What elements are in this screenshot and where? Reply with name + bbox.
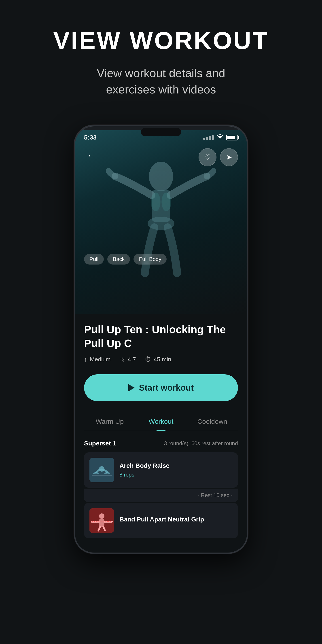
clock-icon: ⏱: [145, 356, 151, 363]
action-buttons: ♡ ➤: [198, 148, 238, 166]
exercise-thumb-1: [90, 458, 114, 482]
svg-point-3: [151, 192, 160, 211]
tag-fullbody: Full Body: [134, 254, 166, 264]
svg-rect-10: [99, 519, 104, 526]
page-title: VIEW WORKOUT: [9, 27, 313, 54]
star-icon: ☆: [120, 356, 125, 363]
rating-label: 4.7: [128, 356, 136, 363]
tag-pull: Pull: [84, 254, 104, 264]
status-bar: 5:33: [75, 126, 247, 144]
duration-label: 45 min: [154, 356, 171, 363]
exercise-card-1[interactable]: Arch Body Raise 8 reps: [84, 452, 238, 488]
rating-meta: ☆ 4.7: [120, 356, 136, 363]
workout-title: Pull Up Ten : Unlocking The Pull Up C: [84, 314, 238, 350]
superset-meta: 3 round(s), 60s rest after round: [164, 440, 238, 446]
tabs-row: Warm Up Workout Cooldown: [84, 412, 238, 431]
tab-warmup[interactable]: Warm Up: [84, 412, 135, 431]
tag-back: Back: [107, 254, 130, 264]
exercise-info-2: Band Pull Apart Neutral Grip: [120, 516, 232, 525]
tab-workout[interactable]: Workout: [135, 412, 186, 431]
superset-header: Superset 1 3 round(s), 60s rest after ro…: [84, 440, 238, 447]
content-area: Pull Up Ten : Unlocking The Pull Up C ↑ …: [75, 314, 247, 553]
phone-frame: 5:33: [74, 124, 248, 554]
superset-label: Superset 1: [84, 440, 116, 447]
favorite-button[interactable]: ♡: [198, 148, 216, 166]
start-button-label: Start workout: [139, 383, 194, 393]
tab-cooldown[interactable]: Cooldown: [187, 412, 238, 431]
exercise-info-1: Arch Body Raise 8 reps: [120, 462, 232, 478]
play-icon: [128, 384, 134, 391]
wifi-icon: [216, 134, 224, 141]
difficulty-icon: ↑: [84, 356, 87, 363]
back-button[interactable]: ←: [84, 148, 98, 162]
share-button[interactable]: ➤: [220, 148, 238, 166]
status-time: 5:33: [84, 134, 96, 141]
battery-icon: [226, 134, 238, 140]
exercise-thumb-2: [90, 508, 114, 533]
hero-image: ← ♡ ➤: [75, 130, 247, 314]
workout-figure-svg: [105, 155, 217, 289]
heart-icon: ♡: [204, 153, 211, 162]
exercise-detail-1: 8 reps: [120, 472, 232, 478]
workout-meta: ↑ Medium ☆ 4.7 ⏱ 45 min: [84, 356, 238, 363]
exercise-name-1: Arch Body Raise: [120, 462, 232, 469]
start-workout-button[interactable]: Start workout: [84, 374, 238, 401]
svg-point-4: [162, 192, 171, 211]
workout-tags: Pull Back Full Body: [84, 254, 166, 264]
exercise-name-2: Band Pull Apart Neutral Grip: [120, 516, 232, 523]
svg-point-9: [99, 514, 104, 519]
phone-side-button: [247, 318, 248, 340]
page-header: VIEW WORKOUT View workout details andexe…: [0, 0, 322, 111]
phone-mockup: 5:33: [74, 124, 248, 554]
difficulty-label: Medium: [90, 356, 110, 363]
back-arrow-icon: ←: [87, 151, 95, 160]
duration-meta: ⏱ 45 min: [145, 356, 171, 363]
signal-icon: [203, 135, 214, 140]
status-icons: [203, 134, 238, 141]
exercise-card-2[interactable]: Band Pull Apart Neutral Grip: [84, 503, 238, 538]
rest-bar-1: - Rest 10 sec -: [84, 488, 238, 502]
svg-point-0: [149, 162, 173, 191]
difficulty-meta: ↑ Medium: [84, 356, 110, 363]
share-icon: ➤: [226, 153, 232, 162]
page-subtitle: View workout details andexercises with v…: [60, 65, 262, 98]
